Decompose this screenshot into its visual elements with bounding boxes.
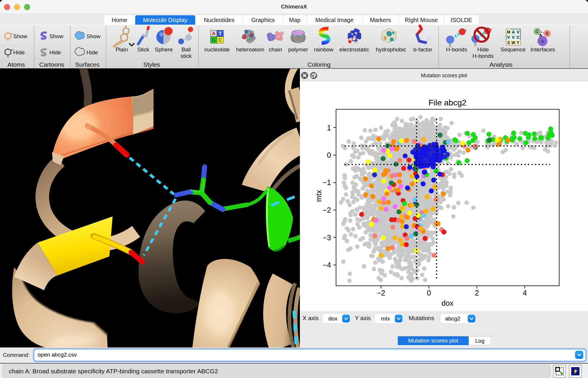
svg-text:−2: −2 [377, 289, 385, 297]
svg-text:C: C [536, 29, 539, 34]
svg-text:T: T [219, 31, 222, 36]
svg-text:V: V [512, 35, 515, 40]
svg-text:A: A [212, 31, 216, 36]
svg-text:G: G [212, 37, 216, 43]
svg-text:dox: dox [442, 299, 454, 307]
svg-text:2: 2 [475, 289, 479, 297]
svg-text:−2: −2 [323, 206, 331, 214]
svg-text:M: M [507, 30, 510, 34]
svg-text:0: 0 [327, 151, 331, 159]
svg-text:−1: −1 [323, 178, 331, 187]
svg-text:C: C [218, 37, 222, 43]
svg-text:W: W [511, 40, 515, 45]
svg-text:A: A [512, 30, 515, 34]
svg-text:C: C [517, 35, 519, 40]
svg-text:−4: −4 [323, 261, 331, 269]
svg-text:Y: Y [517, 40, 519, 45]
svg-text:B: B [546, 31, 549, 36]
svg-text:mtx: mtx [315, 190, 323, 202]
svg-text:S: S [507, 40, 510, 45]
svg-text:−3: −3 [323, 233, 331, 242]
svg-text:A: A [541, 39, 544, 44]
svg-text:0: 0 [427, 289, 431, 297]
svg-text:V: V [507, 35, 510, 40]
svg-text:1: 1 [327, 124, 331, 132]
svg-text:File abcg2: File abcg2 [428, 98, 466, 107]
svg-text:V: V [517, 30, 519, 34]
svg-text:4: 4 [523, 289, 527, 297]
